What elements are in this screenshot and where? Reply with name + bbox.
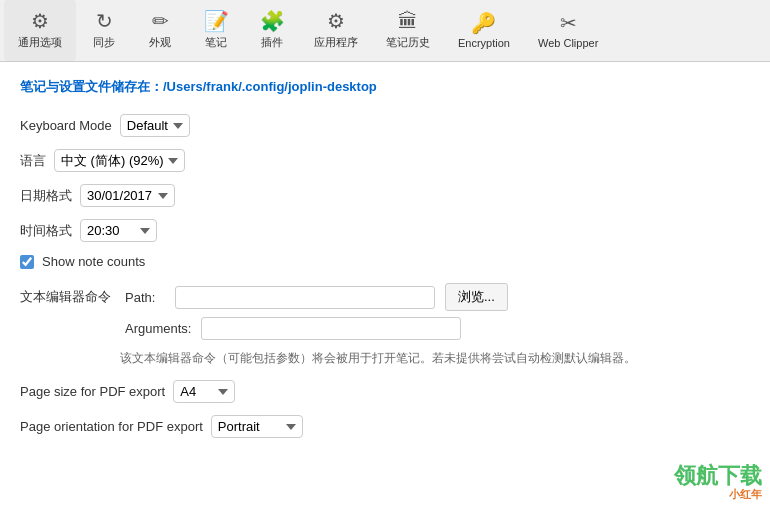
toolbar: ⚙通用选项↻同步✏外观📝笔记🧩插件⚙应用程序🏛笔记历史🔑Encryption✂W…	[0, 0, 770, 62]
toolbar-label-history: 笔记历史	[386, 35, 430, 50]
toolbar-item-notes[interactable]: 📝笔记	[188, 0, 244, 61]
time-format-row: 时间格式 20:30 8:30 PM	[20, 219, 750, 242]
time-format-select[interactable]: 20:30 8:30 PM	[80, 219, 157, 242]
language-select[interactable]: 中文 (简体) (92%) English	[54, 149, 185, 172]
path-label: Path:	[125, 290, 165, 305]
toolbar-item-appearance[interactable]: ✏外观	[132, 0, 188, 61]
show-note-counts-row: Show note counts	[20, 254, 750, 269]
toolbar-label-webclipper: Web Clipper	[538, 37, 598, 49]
toolbar-item-sync[interactable]: ↻同步	[76, 0, 132, 61]
editor-command-label: 文本编辑器命令	[20, 288, 111, 306]
page-orientation-row: Page orientation for PDF export Portrait…	[20, 415, 750, 438]
app-window: ⚙通用选项↻同步✏外观📝笔记🧩插件⚙应用程序🏛笔记历史🔑Encryption✂W…	[0, 0, 770, 510]
show-note-counts-label: Show note counts	[42, 254, 145, 269]
date-format-select[interactable]: 30/01/2017 2017-01-30 01/30/2017	[80, 184, 175, 207]
page-size-label: Page size for PDF export	[20, 384, 165, 399]
sync-icon: ↻	[96, 11, 113, 31]
toolbar-label-general: 通用选项	[18, 35, 62, 50]
general-icon: ⚙	[31, 11, 49, 31]
browse-button[interactable]: 浏览...	[445, 283, 508, 311]
page-orientation-select[interactable]: Portrait Landscape	[211, 415, 303, 438]
filepath-prefix: 笔记与设置文件储存在：	[20, 79, 163, 94]
language-row: 语言 中文 (简体) (92%) English	[20, 149, 750, 172]
toolbar-label-plugins: 插件	[261, 35, 283, 50]
toolbar-label-encryption: Encryption	[458, 37, 510, 49]
toolbar-label-notes: 笔记	[205, 35, 227, 50]
editor-path-row: 文本编辑器命令 Path: 浏览...	[20, 283, 750, 311]
page-size-row: Page size for PDF export A4 Letter Legal	[20, 380, 750, 403]
date-format-label: 日期格式	[20, 187, 72, 205]
toolbar-label-apps: 应用程序	[314, 35, 358, 50]
toolbar-label-sync: 同步	[93, 35, 115, 50]
toolbar-item-plugins[interactable]: 🧩插件	[244, 0, 300, 61]
filepath-value: /Users/frank/.config/joplin-desktop	[163, 79, 377, 94]
time-format-label: 时间格式	[20, 222, 72, 240]
toolbar-item-encryption[interactable]: 🔑Encryption	[444, 0, 524, 61]
history-icon: 🏛	[398, 11, 418, 31]
plugins-icon: 🧩	[260, 11, 285, 31]
page-orientation-label: Page orientation for PDF export	[20, 419, 203, 434]
editor-hint: 该文本编辑器命令（可能包括参数）将会被用于打开笔记。若未提供将尝试自动检测默认编…	[120, 350, 750, 366]
show-note-counts-checkbox[interactable]	[20, 255, 34, 269]
arguments-input[interactable]	[201, 317, 461, 340]
editor-arguments-row: 文本编辑器命令 Arguments:	[20, 317, 750, 340]
content-area: 笔记与设置文件储存在：/Users/frank/.config/joplin-d…	[0, 62, 770, 510]
toolbar-label-appearance: 外观	[149, 35, 171, 50]
encryption-icon: 🔑	[471, 13, 496, 33]
path-input[interactable]	[175, 286, 435, 309]
language-label: 语言	[20, 152, 46, 170]
toolbar-item-history[interactable]: 🏛笔记历史	[372, 0, 444, 61]
toolbar-item-webclipper[interactable]: ✂Web Clipper	[524, 0, 612, 61]
keyboard-mode-row: Keyboard Mode Default Emacs Vim	[20, 114, 750, 137]
apps-icon: ⚙	[327, 11, 345, 31]
toolbar-item-apps[interactable]: ⚙应用程序	[300, 0, 372, 61]
keyboard-mode-label: Keyboard Mode	[20, 118, 112, 133]
arguments-label: Arguments:	[125, 321, 191, 336]
keyboard-mode-select[interactable]: Default Emacs Vim	[120, 114, 190, 137]
appearance-icon: ✏	[152, 11, 169, 31]
toolbar-item-general[interactable]: ⚙通用选项	[4, 0, 76, 61]
notes-icon: 📝	[204, 11, 229, 31]
editor-command-section: 文本编辑器命令 Path: 浏览... 文本编辑器命令 Arguments:	[20, 283, 750, 340]
filepath-row: 笔记与设置文件储存在：/Users/frank/.config/joplin-d…	[20, 78, 750, 96]
webclipper-icon: ✂	[560, 13, 577, 33]
page-size-select[interactable]: A4 Letter Legal	[173, 380, 235, 403]
date-format-row: 日期格式 30/01/2017 2017-01-30 01/30/2017	[20, 184, 750, 207]
